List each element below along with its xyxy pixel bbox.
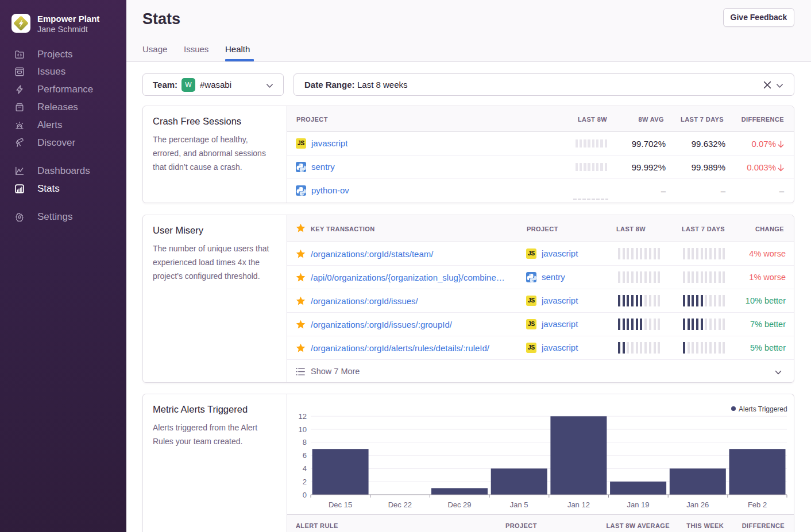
svg-text:8: 8 <box>303 438 307 446</box>
svg-text:2: 2 <box>303 477 307 486</box>
svg-text:Jan 26: Jan 26 <box>686 500 709 509</box>
svg-text:Feb 2: Feb 2 <box>748 500 767 509</box>
svg-text:12: 12 <box>299 412 307 421</box>
svg-text:Jan 5: Jan 5 <box>510 500 528 509</box>
svg-text:Jan 19: Jan 19 <box>627 500 649 509</box>
svg-text:0: 0 <box>303 491 307 499</box>
svg-text:4: 4 <box>303 464 307 473</box>
svg-text:Dec 15: Dec 15 <box>329 500 352 509</box>
svg-text:Jan 12: Jan 12 <box>567 500 590 509</box>
svg-text:10: 10 <box>299 425 307 434</box>
svg-text:Dec 29: Dec 29 <box>447 500 471 509</box>
svg-text:6: 6 <box>303 451 307 460</box>
svg-text:Dec 22: Dec 22 <box>388 500 412 509</box>
svg-text:Alerts Triggered: Alerts Triggered <box>739 405 787 413</box>
